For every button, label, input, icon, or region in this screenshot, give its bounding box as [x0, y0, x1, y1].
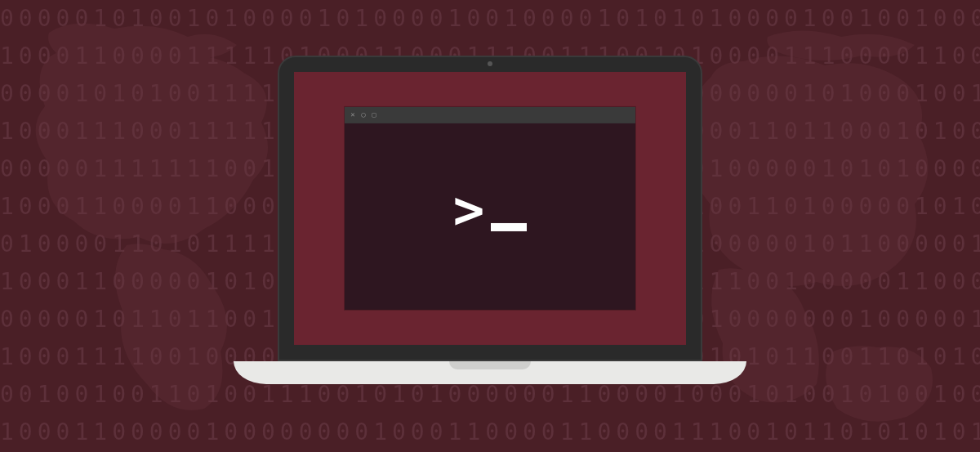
laptop-base: [234, 360, 746, 383]
terminal-window: ✕ ◯ ▢ >: [345, 106, 635, 309]
terminal-prompt: >: [453, 183, 528, 235]
laptop-bezel: ✕ ◯ ▢ >: [278, 55, 702, 360]
prompt-caret-icon: >: [453, 183, 485, 235]
laptop-notch: [449, 360, 531, 369]
laptop-screen: ✕ ◯ ▢ >: [294, 71, 686, 344]
window-control-icon: ✕: [350, 111, 356, 118]
camera-dot-icon: [488, 60, 492, 65]
cursor-icon: [491, 222, 527, 230]
window-control-icon: ◯: [360, 111, 367, 118]
window-control-icon: ▢: [371, 111, 377, 118]
terminal-titlebar: ✕ ◯ ▢: [345, 106, 635, 123]
laptop-illustration: ✕ ◯ ▢ >: [278, 55, 702, 383]
terminal-body: >: [345, 123, 635, 309]
